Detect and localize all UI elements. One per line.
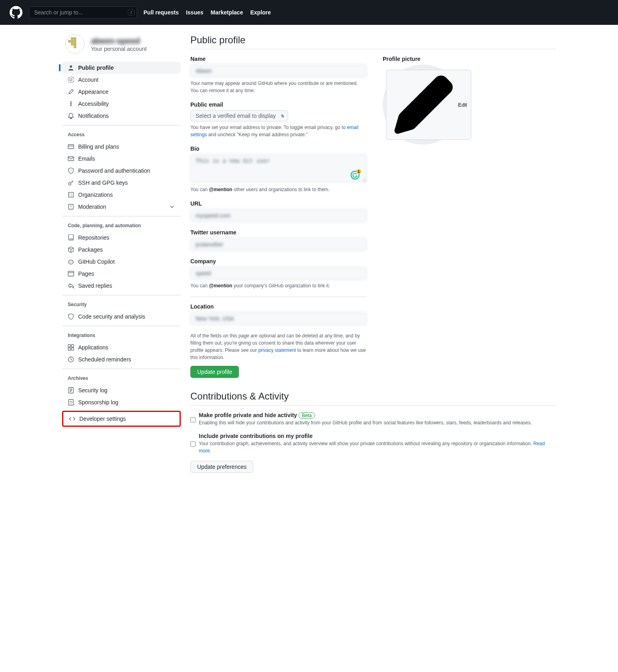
twitter-input[interactable] xyxy=(190,238,367,251)
nav-section-title: Access xyxy=(62,129,181,141)
sidebar-item-ssh-and-gpg-keys[interactable]: SSH and GPG keys xyxy=(62,177,181,189)
account-name: abeen-speed xyxy=(91,36,147,46)
sidebar-item-applications[interactable]: Applications xyxy=(62,341,181,353)
include-private-label: Include private contributions on my prof… xyxy=(199,433,313,439)
edit-picture-button[interactable]: Edit xyxy=(386,70,471,140)
sidebar-item-repositories[interactable]: Repositories xyxy=(62,232,181,244)
email-label: Public email xyxy=(190,101,367,108)
url-label: URL xyxy=(190,200,367,207)
svg-rect-15 xyxy=(69,192,73,197)
nav-item-label: GitHub Copilot xyxy=(78,258,115,265)
bell-icon xyxy=(68,113,74,119)
svg-rect-2 xyxy=(74,37,77,40)
sidebar-item-developer-settings[interactable]: Developer settings xyxy=(63,413,180,425)
update-profile-button[interactable]: Update profile xyxy=(190,366,239,378)
update-preferences-button[interactable]: Update preferences xyxy=(190,461,253,473)
email-help: You have set your email address to priva… xyxy=(190,124,367,138)
location-input[interactable] xyxy=(190,312,367,325)
pencil-icon xyxy=(390,72,456,138)
svg-point-13 xyxy=(71,170,71,171)
sidebar-item-moderation[interactable]: Moderation xyxy=(62,201,181,213)
grammarly-count: 1 xyxy=(356,169,361,174)
svg-point-19 xyxy=(72,262,73,262)
paintbrush-icon xyxy=(68,89,74,95)
credit-card-icon xyxy=(68,143,74,150)
nav-explore[interactable]: Explore xyxy=(250,9,271,16)
nav-item-label: SSH and GPG keys xyxy=(78,180,128,186)
sidebar-item-code-security-and-analysis[interactable]: Code security and analysis xyxy=(62,311,181,323)
name-input[interactable] xyxy=(190,65,367,77)
sidebar-item-emails[interactable]: Emails xyxy=(62,153,181,165)
sidebar-item-scheduled-reminders[interactable]: Scheduled reminders xyxy=(62,353,181,365)
svg-rect-7 xyxy=(74,43,77,46)
report-icon xyxy=(68,204,74,210)
sidebar-item-billing-and-plans[interactable]: Billing and plans xyxy=(62,141,181,153)
sidebar-item-appearance[interactable]: Appearance xyxy=(62,86,181,98)
global-header: / Pull requests Issues Marketplace Explo… xyxy=(0,0,618,25)
search-box: / xyxy=(29,6,137,18)
private-profile-label: Make profile private and hide activity xyxy=(199,412,297,418)
svg-rect-10 xyxy=(68,145,74,149)
sidebar-item-github-copilot[interactable]: GitHub Copilot xyxy=(62,256,181,268)
svg-rect-20 xyxy=(68,271,74,276)
nav-marketplace[interactable]: Marketplace xyxy=(211,9,243,16)
contributions-title: Contributions & Activity xyxy=(190,391,556,402)
package-icon xyxy=(68,246,74,253)
sidebar-item-account[interactable]: Account xyxy=(62,74,181,86)
apps-icon xyxy=(68,344,74,351)
nav-item-label: Emails xyxy=(78,155,95,162)
svg-point-17 xyxy=(69,260,73,264)
include-private-checkbox[interactable] xyxy=(190,434,196,454)
sidebar-item-public-profile[interactable]: Public profile xyxy=(62,62,181,74)
identicon-icon xyxy=(68,37,82,51)
page-title: Public profile xyxy=(190,34,556,46)
company-input[interactable] xyxy=(190,267,367,280)
nav-item-label: Saved replies xyxy=(78,283,112,289)
nav-item-label: Accessibility xyxy=(78,101,109,107)
mail-icon xyxy=(68,155,74,162)
beta-badge: Beta xyxy=(299,412,315,419)
sidebar-item-organizations[interactable]: Organizations xyxy=(62,189,181,201)
reply-icon xyxy=(68,283,74,289)
bio-textarea[interactable]: This is a new Git user xyxy=(190,154,367,182)
sidebar-item-security-log[interactable]: Security log xyxy=(62,384,181,396)
developer-settings-label: Developer settings xyxy=(79,416,126,422)
svg-rect-25 xyxy=(71,348,74,350)
sidebar-item-packages[interactable]: Packages xyxy=(62,244,181,256)
nav-section-title: Archives xyxy=(62,372,181,384)
sidebar-item-notifications[interactable]: Notifications xyxy=(62,110,181,122)
svg-rect-4 xyxy=(71,40,74,43)
location-label: Location xyxy=(190,303,367,310)
account-subtitle: Your personal account xyxy=(91,46,147,52)
profile-header: abeen-speed Your personal account xyxy=(62,34,181,54)
company-label: Company xyxy=(190,258,367,264)
sidebar-item-saved-replies[interactable]: Saved replies xyxy=(62,280,181,292)
grammarly-icon[interactable]: 1 xyxy=(351,171,359,180)
svg-rect-28 xyxy=(69,400,73,405)
nav-pull-requests[interactable]: Pull requests xyxy=(143,9,179,16)
sidebar-item-pages[interactable]: Pages xyxy=(62,268,181,280)
search-input[interactable] xyxy=(29,6,137,18)
avatar-small xyxy=(65,34,85,54)
nav-item-label: Applications xyxy=(78,344,109,351)
privacy-link[interactable]: privacy statement xyxy=(258,347,296,353)
email-select[interactable]: Select a verified email to display xyxy=(190,110,288,121)
nav-issues[interactable]: Issues xyxy=(186,9,204,16)
svg-rect-1 xyxy=(71,37,74,40)
sidebar-item-accessibility[interactable]: Accessibility xyxy=(62,98,181,110)
url-input[interactable] xyxy=(190,209,367,222)
svg-rect-5 xyxy=(74,40,77,43)
github-logo-icon[interactable] xyxy=(10,6,22,19)
copilot-icon xyxy=(68,258,74,265)
nav-item-label: Password and authentication xyxy=(78,167,150,174)
sidebar-item-password-and-authentication[interactable]: Password and authentication xyxy=(62,165,181,177)
nav-item-label: Code security and analysis xyxy=(78,313,145,320)
private-profile-checkbox[interactable] xyxy=(190,413,196,426)
sidebar-item-sponsorship-log[interactable]: Sponsorship log xyxy=(62,396,181,408)
bio-label: Bio xyxy=(190,145,367,152)
svg-rect-24 xyxy=(68,348,71,350)
disclaimer-text: All of the fields on this page are optio… xyxy=(190,332,367,361)
gear-icon xyxy=(68,77,74,83)
shield-lock-icon xyxy=(68,167,74,174)
nav-item-label: Packages xyxy=(78,246,103,253)
